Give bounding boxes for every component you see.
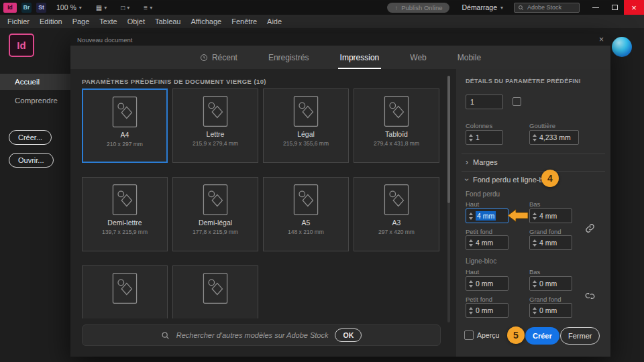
slug-top-input[interactable]: 0 mm [466,276,508,291]
bleed-top-value[interactable]: 4 mm [476,211,496,221]
stepper[interactable] [466,239,476,247]
dialog-close-icon[interactable]: × [599,35,604,44]
stepper[interactable] [466,280,476,288]
search-ok-button[interactable]: OK [335,328,362,342]
bleed-bottom-value[interactable]: 4 mm [539,212,557,220]
columns-value[interactable]: 1 [476,133,480,141]
slug-inside-input[interactable]: 0 mm [466,303,508,318]
stepper[interactable] [530,213,539,220]
preview-checkbox[interactable] [464,330,474,340]
menu-texte[interactable]: Texte [97,17,119,25]
zoom-level-dropdown[interactable]: 100 % ▾ [56,3,82,11]
search-placeholder: Rechercher d'autres modèles sur Adobe St… [176,331,329,339]
preset-card-tabloid[interactable]: Tabloïd 279,4 x 431,8 mm [354,88,439,163]
sidebar-item-accueil[interactable]: Accueil [0,74,70,90]
unlink-values-icon[interactable] [585,291,595,301]
stepper[interactable] [466,134,476,141]
preview-label: Aperçu [477,331,499,339]
bleed-slug-section-toggle[interactable]: › Fond perdu et ligne-bloc [466,176,553,184]
preset-card-demi-legal[interactable]: Demi-légal 177,8 x 215,9 mm [172,177,258,251]
indesign-app-icon[interactable]: Id [3,3,17,13]
tab-mobile[interactable]: Mobile [458,46,481,69]
stepper[interactable] [530,307,539,314]
creative-cloud-orb-icon[interactable] [612,37,632,57]
stepper[interactable] [466,213,476,220]
workspace-switcher-dropdown[interactable]: Démarrage ▾ [462,3,503,11]
document-preset-icon [384,184,409,216]
menu-aide[interactable]: Aide [265,17,284,25]
slug-outside-input[interactable]: 0 mm [529,303,572,318]
pages-count-value: 1 [470,98,474,106]
slug-top-label: Haut [466,268,479,276]
facing-pages-checkbox[interactable] [513,97,521,106]
tab-label: Enregistrés [268,53,309,62]
presets-scrollbar[interactable] [447,76,450,322]
preset-name: A4 [121,131,129,139]
menu-affichage[interactable]: Affichage [189,17,224,25]
stepper[interactable] [530,280,539,288]
margins-section-toggle[interactable]: › Marges [466,158,498,166]
minimize-button[interactable] [586,0,605,15]
slug-bottom-input[interactable]: 0 mm [529,276,572,291]
arrange-documents-dropdown[interactable]: ≡ ▾ [144,4,152,11]
tab-label: Web [410,53,426,62]
menu-tableau[interactable]: Tableau [153,17,183,25]
publish-online-button[interactable]: ↑ Publish Online [387,3,449,13]
bleed-bottom-label: Bas [529,200,540,208]
stepper[interactable] [530,239,539,247]
preset-card-lettre[interactable]: Lettre 215,9 x 279,4 mm [172,88,258,163]
preset-card-partial-1[interactable] [82,265,168,318]
sidebar-open-button[interactable]: Ouvrir... [9,153,54,168]
slug-inside-value[interactable]: 0 mm [476,306,493,314]
stock-app-icon[interactable]: St [36,3,46,13]
preset-card-legal[interactable]: Légal 215,9 x 355,6 mm [263,88,349,163]
bleed-top-label: Haut [466,200,479,208]
bleed-top-input[interactable]: 4 mm [466,208,508,223]
tab-enregistres[interactable]: Enregistrés [268,46,309,69]
bridge-app-icon[interactable]: Br [21,3,32,13]
stock-templates-search-bar[interactable]: Rechercher d'autres modèles sur Adobe St… [82,324,441,346]
tab-web[interactable]: Web [410,46,426,69]
bleed-bottom-input[interactable]: 4 mm [529,208,572,223]
create-button[interactable]: Créer [525,327,559,345]
bleed-inside-input[interactable]: 4 mm [466,235,508,250]
preset-card-a5[interactable]: A5 148 x 210 mm [263,177,349,251]
sidebar-create-button[interactable]: Créer... [9,130,52,145]
presets-scroll-area[interactable]: A4 210 x 297 mm Lettre 215,9 x 279,4 mm … [82,88,441,318]
bleed-outside-value[interactable]: 4 mm [539,239,557,247]
preset-name: Demi-lettre [107,219,142,227]
stepper[interactable] [466,307,476,314]
menu-objet[interactable]: Objet [125,17,147,25]
scrollbar-thumb[interactable] [447,76,450,203]
view-options-dropdown[interactable]: ▦ ▾ [96,4,107,11]
preset-card-a3[interactable]: A3 297 x 420 mm [354,177,439,251]
gutter-value[interactable]: 4,233 mm [539,133,571,141]
sidebar-item-comprendre[interactable]: Comprendre [0,93,70,109]
menu-page[interactable]: Page [70,17,92,25]
tab-recent[interactable]: Récent [200,46,237,69]
menu-fenetre[interactable]: Fenêtre [229,17,259,25]
bleed-inside-value[interactable]: 4 mm [476,239,493,247]
stepper[interactable] [530,134,539,141]
bleed-outside-input[interactable]: 4 mm [529,235,572,250]
preset-card-a4[interactable]: A4 210 x 297 mm [82,88,168,163]
menu-edition[interactable]: Edition [38,17,64,25]
link-values-icon[interactable] [585,223,595,233]
menu-fichier[interactable]: Fichier [5,17,32,25]
maximize-button[interactable] [605,0,624,15]
preset-card-partial-2[interactable] [172,265,258,318]
close-dialog-button[interactable]: Fermer [560,327,600,345]
chevron-down-icon: › [463,178,471,181]
slug-top-value[interactable]: 0 mm [476,280,493,288]
pages-count-input[interactable]: 1 [466,95,503,109]
preset-card-demi-lettre[interactable]: Demi-lettre 139,7 x 215,9 mm [82,177,168,251]
adobe-stock-search-input[interactable]: Adobe Stock [514,3,580,13]
slug-bottom-value[interactable]: 0 mm [539,280,557,288]
screen-mode-dropdown[interactable]: □ ▾ [121,4,129,11]
columns-input[interactable]: 1 [466,130,503,145]
close-window-button[interactable]: × [624,0,644,15]
tab-impression[interactable]: Impression [340,46,380,69]
slug-outside-value[interactable]: 0 mm [539,306,557,314]
gutter-input[interactable]: 4,233 mm [529,130,579,145]
chevron-down-icon: ▾ [127,5,129,11]
